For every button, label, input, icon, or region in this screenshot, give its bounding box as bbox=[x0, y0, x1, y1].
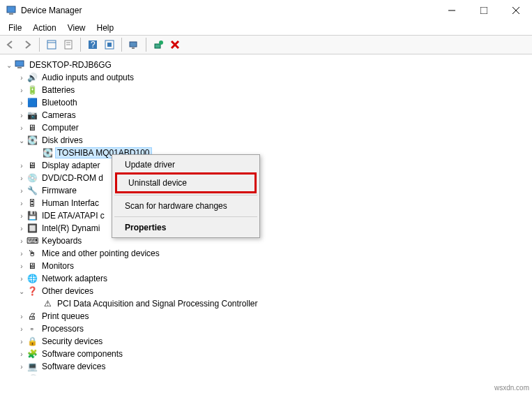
tree-item[interactable]: ›🔒Security devices bbox=[4, 335, 532, 348]
tree-item[interactable]: ›🟦Bluetooth bbox=[4, 96, 532, 109]
tree-label: IDE ATA/ATAPI c bbox=[40, 211, 106, 221]
expand-icon[interactable]: › bbox=[17, 349, 26, 359]
tree-item[interactable]: ›🔊Sound, video and game controllers bbox=[4, 373, 532, 376]
expand-icon[interactable]: › bbox=[17, 261, 26, 271]
tree-label: Software devices bbox=[40, 362, 107, 371]
svg-point-18 bbox=[159, 40, 163, 45]
collapse-icon[interactable]: ⌄ bbox=[4, 60, 14, 70]
svg-rect-17 bbox=[155, 44, 160, 48]
category-icon: ❓ bbox=[26, 286, 38, 297]
tree-item[interactable]: ›🖥Display adapter bbox=[4, 159, 532, 172]
back-button[interactable] bbox=[3, 37, 18, 52]
expand-icon[interactable]: › bbox=[17, 198, 26, 208]
tree-item[interactable]: ⌄❓Other devices bbox=[4, 285, 532, 297]
expand-icon[interactable]: › bbox=[17, 336, 26, 346]
help-button[interactable]: ? bbox=[85, 37, 100, 52]
forward-button[interactable] bbox=[20, 37, 35, 52]
expand-icon[interactable]: › bbox=[17, 110, 26, 120]
app-icon bbox=[6, 5, 17, 16]
tree-item[interactable]: ⚠PCI Data Acquisition and Signal Process… bbox=[4, 297, 532, 310]
expand-icon[interactable]: › bbox=[17, 73, 26, 82]
category-icon: ⌨ bbox=[26, 235, 38, 246]
tree-item[interactable]: ⌄💽Disk drives bbox=[4, 134, 532, 147]
tree-item[interactable]: ›⌨Keyboards bbox=[4, 235, 532, 247]
tree-item[interactable]: ›🔲Intel(R) Dynami bbox=[4, 222, 532, 235]
tree-item[interactable]: ›🖨Print queues bbox=[4, 310, 532, 322]
expand-icon[interactable]: › bbox=[17, 324, 26, 334]
category-icon: 🖥 bbox=[26, 160, 38, 171]
tree-item[interactable]: ›🌐Network adapters bbox=[4, 272, 532, 285]
tree-root[interactable]: ⌄ DESKTOP-RDJB6GG bbox=[4, 59, 532, 71]
category-icon: 🔒 bbox=[26, 336, 38, 347]
uninstall-button[interactable] bbox=[167, 37, 183, 52]
show-hide-button[interactable] bbox=[44, 37, 59, 52]
expand-icon[interactable]: › bbox=[17, 311, 26, 321]
expand-icon[interactable]: › bbox=[17, 85, 26, 95]
properties-button[interactable] bbox=[61, 37, 76, 52]
tree-item[interactable]: ›🖥Monitors bbox=[4, 260, 532, 272]
expand-icon[interactable]: ⌄ bbox=[17, 286, 26, 296]
tree-item[interactable]: ›📷Cameras bbox=[4, 109, 532, 121]
tree-item[interactable]: ›🔧Firmware bbox=[4, 184, 532, 197]
expand-icon[interactable]: › bbox=[17, 362, 26, 371]
expand-icon[interactable]: › bbox=[17, 161, 26, 170]
tree-label: Security devices bbox=[40, 336, 104, 346]
expand-icon[interactable]: › bbox=[17, 374, 26, 376]
expand-icon[interactable]: › bbox=[17, 236, 26, 246]
category-icon: 🖥 bbox=[26, 260, 38, 272]
scan-button[interactable] bbox=[126, 37, 142, 52]
tree-label: Sound, video and game controllers bbox=[40, 374, 172, 376]
minimize-button[interactable] bbox=[436, 0, 468, 21]
device-icon: 💽 bbox=[42, 147, 53, 158]
titlebar: Device Manager bbox=[0, 0, 532, 21]
tree-label: Human Interfac bbox=[40, 198, 100, 208]
close-button[interactable] bbox=[500, 0, 532, 21]
maximize-button[interactable] bbox=[468, 0, 500, 21]
action-button[interactable] bbox=[102, 37, 117, 52]
device-tree[interactable]: ⌄ DESKTOP-RDJB6GG ›🔊Audio inputs and out… bbox=[0, 54, 532, 376]
category-icon: 🎛 bbox=[26, 198, 38, 209]
tree-item[interactable]: ›💾IDE ATA/ATAPI c bbox=[4, 209, 532, 222]
category-icon: 🟦 bbox=[26, 97, 38, 108]
add-driver-button[interactable] bbox=[151, 37, 166, 52]
tree-label: Bluetooth bbox=[40, 98, 79, 107]
tree-label: Keyboards bbox=[40, 236, 83, 246]
svg-rect-19 bbox=[15, 61, 24, 66]
expand-icon[interactable]: › bbox=[17, 173, 26, 183]
tree-item[interactable]: ›🔋Batteries bbox=[4, 84, 532, 96]
tree-label: Print queues bbox=[40, 311, 90, 321]
expand-icon[interactable]: › bbox=[17, 211, 26, 221]
tree-label: Firmware bbox=[40, 186, 78, 195]
tree-item[interactable]: ›🖱Mice and other pointing devices bbox=[4, 247, 532, 260]
category-icon: 🧩 bbox=[26, 348, 38, 359]
tree-item[interactable]: ›🔊Audio inputs and outputs bbox=[4, 71, 532, 84]
ctx-update-driver[interactable]: Update driver bbox=[114, 156, 258, 173]
tree-item[interactable]: ›🧩Software components bbox=[4, 348, 532, 360]
tree-item[interactable]: 💽TOSHIBA MQ01ABD100 bbox=[4, 147, 532, 159]
svg-rect-20 bbox=[17, 67, 22, 68]
expand-icon[interactable]: › bbox=[17, 274, 26, 283]
tree-label: PCI Data Acquisition and Signal Processi… bbox=[56, 299, 259, 309]
expand-icon[interactable]: › bbox=[17, 186, 26, 195]
ctx-uninstall-device[interactable]: Uninstall device bbox=[115, 172, 257, 193]
menu-help[interactable]: Help bbox=[91, 22, 120, 34]
expand-icon[interactable]: › bbox=[17, 223, 26, 233]
category-icon: 🔊 bbox=[26, 72, 38, 83]
tree-item[interactable]: ›🎛Human Interfac bbox=[4, 197, 532, 209]
tree-item[interactable]: ›💿DVD/CD-ROM d bbox=[4, 172, 532, 184]
menu-action[interactable]: Action bbox=[27, 22, 61, 34]
tree-item[interactable]: ›▫Processors bbox=[4, 322, 532, 335]
expand-icon[interactable]: › bbox=[17, 98, 26, 107]
expand-icon[interactable]: › bbox=[17, 123, 26, 133]
expand-icon[interactable]: › bbox=[17, 249, 26, 258]
tree-item[interactable]: ›🖥Computer bbox=[4, 121, 532, 134]
tree-label: DVD/CD-ROM d bbox=[40, 173, 105, 183]
menu-file[interactable]: File bbox=[3, 22, 27, 34]
expand-icon[interactable]: ⌄ bbox=[17, 135, 26, 145]
tree-item[interactable]: ›💻Software devices bbox=[4, 360, 532, 373]
category-icon: 🖥 bbox=[26, 122, 38, 133]
menu-view[interactable]: View bbox=[62, 22, 91, 34]
ctx-scan-hardware[interactable]: Scan for hardware changes bbox=[114, 198, 258, 214]
toolbar: ? bbox=[0, 35, 532, 54]
ctx-properties[interactable]: Properties bbox=[114, 219, 258, 236]
